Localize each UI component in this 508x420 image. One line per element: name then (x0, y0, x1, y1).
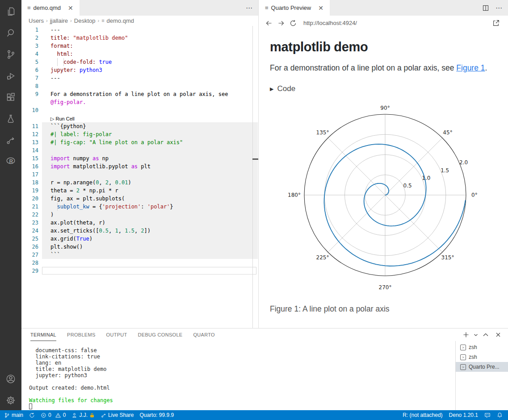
code-line[interactable]: 8 (21, 82, 258, 90)
r-lang-icon[interactable]: R (5, 156, 16, 166)
line-number: 2 (21, 34, 38, 42)
branch-indicator[interactable]: main (4, 412, 23, 418)
quarto-version[interactable]: Quarto: 99.9.9 (139, 412, 174, 418)
code-line[interactable]: 2title: "matplotlib demo" (21, 34, 258, 42)
maximize-panel-icon[interactable] (482, 331, 489, 338)
panel-tabs: TERMINALPROBLEMSOUTPUTDEBUG CONSOLEQUART… (21, 329, 215, 341)
settings-gear-icon[interactable] (5, 395, 16, 406)
terminal-session-item[interactable]: >zsh (456, 342, 508, 352)
panel-tab-output[interactable]: OUTPUT (106, 329, 127, 341)
code-line[interactable]: 23ax.plot(theta, r) (21, 219, 258, 227)
new-terminal-icon[interactable] (462, 331, 470, 338)
code-line[interactable]: 20fig, ax = plt.subplots( (21, 195, 258, 203)
terminal-line: link-citations: true (29, 353, 113, 360)
code-line[interactable]: 3format: (21, 42, 258, 50)
split-editor-icon[interactable] (482, 4, 489, 12)
testing-icon[interactable] (5, 113, 16, 124)
notifications-bell-icon[interactable] (497, 412, 503, 418)
svg-text:R: R (9, 158, 13, 165)
line-number: 23 (21, 219, 38, 227)
url-text[interactable]: http://localhost:4924/ (303, 20, 357, 26)
terminal-session-item[interactable]: >Quarto Pre... (456, 362, 508, 372)
panel-tab-quarto[interactable]: QUARTO (193, 329, 214, 341)
open-external-icon[interactable] (492, 19, 500, 27)
line-number: 1 (21, 26, 38, 34)
code-line[interactable]: 16import matplotlib.pyplot as plt (21, 162, 258, 170)
code-line[interactable]: 1--- (21, 26, 258, 34)
code-line[interactable]: 10 (21, 106, 258, 114)
breadcrumb-item[interactable]: Users (29, 17, 44, 24)
code-line[interactable]: 27``` (21, 251, 258, 259)
figure-link[interactable]: Figure 1 (456, 63, 485, 72)
sync-icon[interactable] (29, 412, 35, 418)
code-line[interactable]: 13#| fig-cap: "A line plot on a polar ax… (21, 138, 258, 146)
search-icon[interactable] (5, 28, 16, 38)
panel-tab-debug-console[interactable]: DEBUG CONSOLE (138, 329, 183, 341)
code-line[interactable]: 6jupyter: python3 (21, 66, 258, 74)
code-line[interactable]: @fig-polar. (21, 98, 258, 106)
source-control-icon[interactable] (5, 49, 16, 60)
terminal-output[interactable]: document-css: false link-citations: true… (29, 347, 113, 410)
code-line[interactable]: 18r = np.arange(0, 2, 0.01) (21, 179, 258, 187)
code-line[interactable]: 7--- (21, 74, 258, 82)
code-fold-toggle[interactable]: ▶Code (270, 84, 295, 93)
close-panel-icon[interactable] (495, 331, 502, 338)
code-line[interactable]: 21 subplot_kw = {'projection': 'polar'} (21, 203, 258, 211)
line-number: 28 (21, 259, 38, 267)
code-line[interactable]: 15import numpy as np (21, 154, 258, 162)
code-line[interactable]: 14 (21, 146, 258, 154)
account-icon[interactable] (5, 374, 16, 384)
code-line[interactable]: 9For a demonstration of a line plot on a… (21, 90, 258, 98)
code-line[interactable]: 19theta = 2 * np.pi * r (21, 187, 258, 195)
live-share-status[interactable]: Live Share (101, 412, 134, 418)
panel-tab-problems[interactable]: PROBLEMS (67, 329, 96, 341)
close-tab-icon[interactable]: ✕ (68, 4, 73, 12)
code-line[interactable]: 17 (21, 170, 258, 179)
run-debug-icon[interactable] (5, 71, 16, 81)
line-number: 19 (21, 187, 38, 195)
terminal-session-item[interactable]: >zsh (456, 352, 508, 362)
back-icon[interactable] (265, 20, 273, 27)
code-line[interactable]: 28 (21, 259, 258, 267)
line-number: 26 (21, 243, 38, 251)
forward-icon[interactable] (277, 20, 285, 27)
feedback-icon[interactable] (484, 412, 491, 418)
code-line[interactable]: 24ax.set_rticks([0.5, 1, 1.5, 2]) (21, 227, 258, 235)
code-line[interactable]: 29 (21, 267, 258, 275)
code-line[interactable]: 25ax.grid(True) (21, 235, 258, 243)
code-editor[interactable]: 1---2title: "matplotlib demo"3format:4 h… (21, 26, 258, 328)
reload-icon[interactable] (290, 20, 297, 27)
r-status[interactable]: R: (not attached) (403, 412, 442, 418)
tab-quarto-preview[interactable]: ≡ Quarto Preview ✕ (259, 0, 330, 16)
code-line[interactable]: 11```{python} (21, 122, 258, 130)
user-indicator[interactable]: J.J. (71, 412, 95, 418)
close-tab-icon[interactable]: ✕ (318, 4, 323, 12)
editor-actions-icon[interactable]: ⋯ (246, 4, 253, 12)
vscode-window: R ≡ demo.qmd ✕ ⋯ Users›jjallaire›Desktop… (0, 0, 508, 420)
terminal-icon: > (460, 345, 466, 350)
problems-indicator[interactable]: 0 0 (41, 412, 66, 418)
breadcrumb-item[interactable]: Desktop (74, 17, 96, 24)
deno-version[interactable]: Deno 1.20.1 (449, 412, 478, 418)
line-number: 27 (21, 251, 38, 259)
breadcrumb-item[interactable]: jjallaire (50, 17, 68, 24)
extensions-icon[interactable] (5, 92, 16, 103)
code-line[interactable]: 22) (21, 211, 258, 219)
breadcrumb-item[interactable]: demo.qmd (107, 17, 134, 24)
code-line[interactable]: 4 html: (21, 50, 258, 58)
more-actions-icon[interactable]: ⋯ (495, 4, 503, 12)
line-number: 6 (21, 66, 38, 74)
tab-demo-qmd[interactable]: ≡ demo.qmd ✕ (21, 0, 80, 16)
terminal-dropdown-icon[interactable] (472, 331, 477, 338)
code-line[interactable]: 12#| label: fig-polar (21, 130, 258, 138)
live-share-icon[interactable] (5, 135, 16, 146)
breadcrumb[interactable]: Users›jjallaire›Desktop›≡demo.qmd (21, 16, 258, 25)
line-number: 9 (21, 90, 38, 98)
explorer-icon[interactable] (5, 6, 16, 17)
panel-tab-terminal[interactable]: TERMINAL (30, 329, 56, 341)
file-icon: ≡ (101, 18, 104, 23)
code-line[interactable]: 5 code-fold: true (21, 58, 258, 66)
editor-group: ≡ demo.qmd ✕ ⋯ Users›jjallaire›Desktop›≡… (21, 0, 259, 328)
run-cell-button[interactable]: ▷ Run Cell (21, 114, 258, 122)
code-line[interactable]: 26plt.show() (21, 243, 258, 251)
